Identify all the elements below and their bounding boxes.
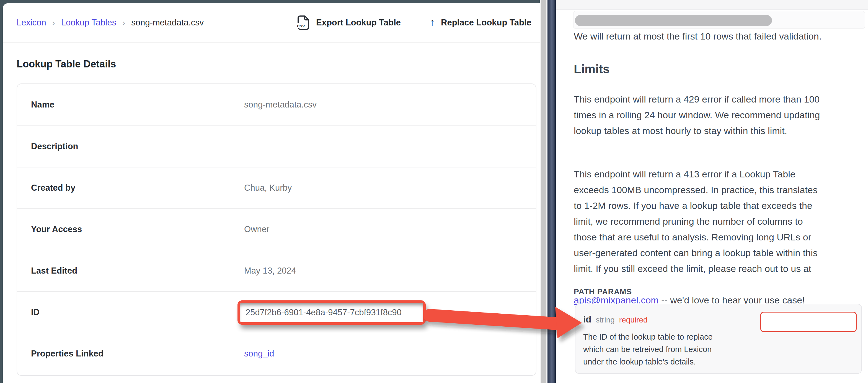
table-row-last-edited: Last Edited May 13, 2024 [17,250,536,291]
svg-text:csv: csv [297,23,305,29]
row-label: Your Access [31,224,82,234]
row-label: Properties Linked [31,349,103,359]
param-description: The ID of the lookup table to replace wh… [583,331,713,368]
api-docs-panel: We will return at most the first 10 rows… [556,0,868,383]
toolbar: csv Export Lookup Table ↑ Replace Lookup… [297,3,531,42]
left-window-scrollbar-thumb[interactable] [541,0,547,383]
left-window-scrollbar-track [540,0,548,383]
table-row-description: Description [17,126,536,167]
breadcrumb-lexicon[interactable]: Lexicon [17,18,46,28]
page-title: Lookup Table Details [17,58,116,70]
limits-paragraph-2-body: This endpoint will return a 413 error if… [574,166,817,277]
csv-file-icon: csv [297,15,310,30]
screenshot-stage: Lexicon › Lookup Tables › song-metadata.… [0,0,868,383]
lookup-table-page: Lexicon › Lookup Tables › song-metadata.… [3,3,540,383]
export-button-label: Export Lookup Table [316,18,401,28]
page-topbar: Lexicon › Lookup Tables › song-metadata.… [3,3,540,42]
breadcrumb: Lexicon › Lookup Tables › song-metadata.… [17,3,204,42]
path-param-card: id string required The ID of the lookup … [575,304,862,374]
row-label: Last Edited [31,266,77,276]
row-value: May 13, 2024 [244,266,296,276]
upload-arrow-icon: ↑ [430,17,435,27]
id-value-field[interactable]: 25d7f2b6-6901-4e8a-9457-7cbf931f8c90 [240,303,423,322]
horizontal-scrollbar-thumb[interactable] [575,15,772,26]
export-lookup-table-button[interactable]: csv Export Lookup Table [297,15,401,30]
table-row-id: ID 25d7f2b6-6901-4e8a-9457-7cbf931f8c90 [17,291,536,333]
linked-property-link[interactable]: song_id [244,349,274,359]
id-highlight-annotation: 25d7f2b6-6901-4e8a-9457-7cbf931f8c90 [238,301,426,325]
row-label: Description [31,141,78,151]
row-value: Chua, Kurby [244,183,292,193]
table-row-your-access: Your Access Owner [17,208,536,250]
replace-button-label: Replace Lookup Table [441,18,531,28]
docs-header-band [556,0,868,10]
chevron-right-icon: › [52,18,55,27]
window-divider [548,0,556,383]
breadcrumb-current-file: song-metadata.csv [131,18,204,28]
table-row-name: Name song-metadata.csv [17,84,536,126]
limits-paragraph-1: This endpoint will return a 429 error if… [574,92,820,139]
limits-heading: Limits [574,62,610,76]
row-label: Created by [31,183,75,193]
breadcrumb-lookup-tables[interactable]: Lookup Tables [61,18,116,28]
param-name: id [583,314,591,325]
row-value: Owner [244,224,269,234]
param-id-input[interactable] [760,312,857,332]
limits-paragraph-2: This endpoint will return a 413 error if… [574,150,817,324]
table-row-created-by: Created by Chua, Kurby [17,167,536,208]
param-type: string [596,316,615,324]
left-window-chrome: Lexicon › Lookup Tables › song-metadata.… [0,0,540,383]
param-header: id string required [583,314,648,325]
docs-intro-text: We will return at most the first 10 rows… [574,29,822,44]
replace-lookup-table-button[interactable]: ↑ Replace Lookup Table [430,18,531,28]
row-value: song-metadata.csv [244,100,317,110]
row-label: Name [31,100,54,110]
lookup-table-details-card: Name song-metadata.csv Description Creat… [17,83,536,376]
row-label: ID [31,307,39,317]
chevron-right-icon: › [122,18,125,27]
path-params-heading: PATH PARAMS [574,287,632,296]
param-required-badge: required [619,316,648,324]
table-row-properties-linked: Properties Linked song_id [17,333,536,374]
